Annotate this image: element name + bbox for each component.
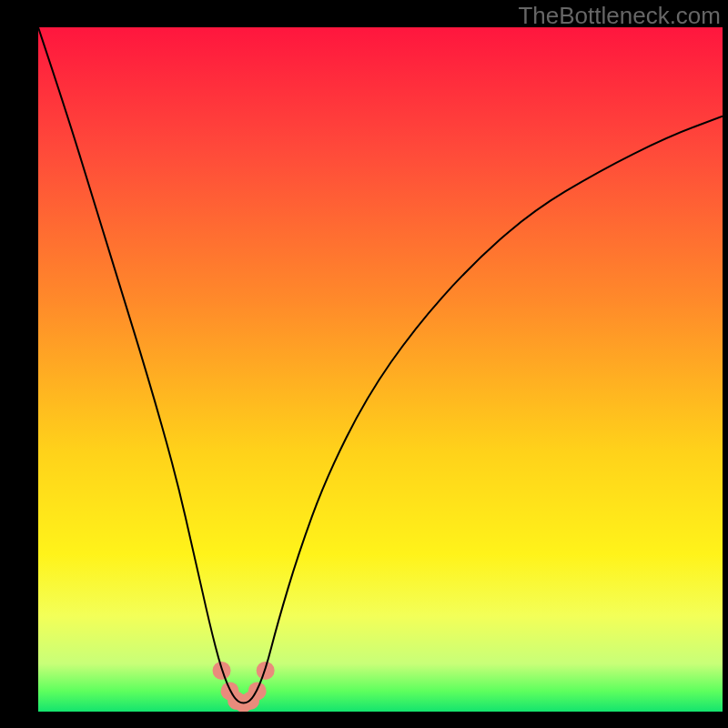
chart-frame: TheBottleneck.com: [0, 0, 728, 728]
chart-svg: [38, 27, 723, 712]
attribution-text: TheBottleneck.com: [518, 2, 721, 30]
plot-area: [38, 27, 723, 712]
gradient-bg: [38, 27, 723, 712]
